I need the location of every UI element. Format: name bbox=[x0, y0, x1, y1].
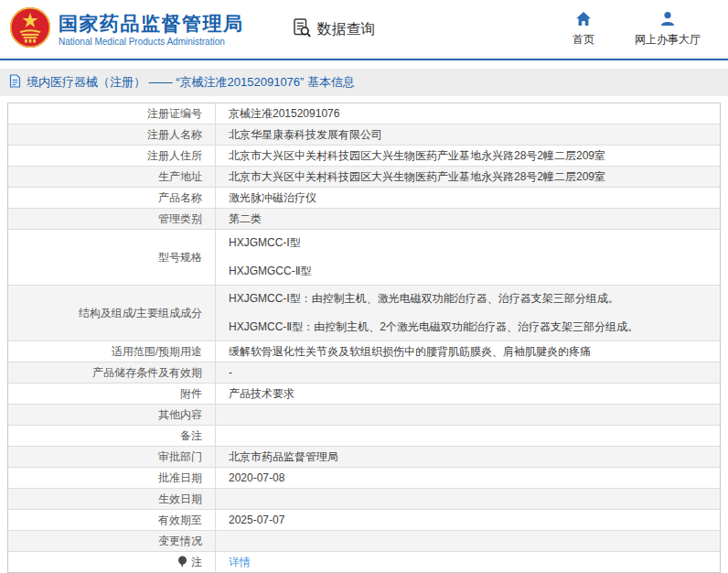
nav-service-hall-label: 网上办事大厅 bbox=[635, 32, 701, 48]
row-label: 生产地址 bbox=[8, 167, 216, 187]
row-label: 管理类别 bbox=[8, 209, 216, 229]
document-search-icon bbox=[292, 17, 312, 41]
row-value-line: 2020-07-08 bbox=[229, 471, 711, 485]
row-value: 北京市药品监督管理局 bbox=[216, 447, 720, 467]
row-label: 注册人住所 bbox=[8, 146, 216, 166]
row-value-line: 激光脉冲磁治疗仪 bbox=[229, 191, 711, 205]
row-label-text: 型号规格 bbox=[158, 251, 202, 265]
row-value-line: 缓解软骨退化性关节炎及软组织损伤中的腰背肌筋膜炎、肩袖肌腱炎的疼痛 bbox=[229, 345, 711, 359]
row-label-text: 结构及组成/主要组成成分 bbox=[79, 307, 202, 320]
tip-icon bbox=[177, 556, 187, 568]
nmpa-emblem-icon bbox=[9, 6, 51, 52]
row-value: 第二类 bbox=[216, 209, 720, 229]
row-value: 2025-07-07 bbox=[216, 510, 720, 530]
site-subtitle: National Medical Products Administration bbox=[59, 37, 244, 47]
table-row: 注详情 bbox=[8, 552, 720, 572]
row-label-text: 产品名称 bbox=[158, 191, 202, 205]
row-label: 注册人名称 bbox=[8, 124, 216, 145]
row-value: 产品技术要求 bbox=[216, 384, 720, 404]
row-value-line: HXJGMCC-Ⅰ型：由控制主机、激光电磁双功能治疗器、治疗器支架三部分组成。 bbox=[229, 292, 711, 306]
site-logo: 国家药品监督管理局 National Medical Products Admi… bbox=[9, 6, 244, 52]
row-label: 产品名称 bbox=[8, 188, 216, 208]
row-label-text: 产品储存条件及有效期 bbox=[92, 366, 202, 380]
row-value-line: 2025-07-07 bbox=[229, 514, 711, 527]
table-row: 注册人名称北京华星康泰科技发展有限公司 bbox=[8, 124, 720, 146]
row-value: 京械注准20152091076 bbox=[216, 103, 720, 124]
data-query-label: 数据查询 bbox=[317, 20, 376, 39]
nav-home-label: 首页 bbox=[573, 32, 594, 48]
row-label: 生效日期 bbox=[8, 489, 216, 509]
row-value: 缓解软骨退化性关节炎及软组织损伤中的腰背肌筋膜炎、肩袖肌腱炎的疼痛 bbox=[216, 341, 720, 362]
table-row: 附件产品技术要求 bbox=[8, 384, 720, 405]
row-value-line: - bbox=[229, 366, 711, 380]
row-label: 有效期至 bbox=[8, 510, 216, 530]
row-label: 其他内容 bbox=[8, 405, 216, 425]
nav-service-hall[interactable]: 网上办事大厅 bbox=[635, 11, 701, 48]
row-label: 型号规格 bbox=[8, 230, 216, 285]
breadcrumb-text: 境内医疗器械（注册） —— “京械注准20152091076” 基本信息 bbox=[27, 74, 355, 91]
row-value-line: 北京市大兴区中关村科技园区大兴生物医药产业基地永兴路28号2幢二层209室 bbox=[229, 170, 711, 184]
table-row: 生效日期 bbox=[8, 489, 720, 510]
table-row: 备注 bbox=[8, 426, 720, 447]
row-label-text: 变更情况 bbox=[158, 535, 202, 548]
row-label: 变更情况 bbox=[8, 531, 216, 551]
table-row: 其他内容 bbox=[8, 405, 720, 426]
row-value: 激光脉冲磁治疗仪 bbox=[216, 188, 720, 208]
table-row: 批准日期2020-07-08 bbox=[8, 468, 720, 489]
row-label: 审批部门 bbox=[8, 447, 216, 467]
row-label-text: 附件 bbox=[180, 387, 202, 401]
row-value: HXJGMCC-Ⅰ型：由控制主机、激光电磁双功能治疗器、治疗器支架三部分组成。H… bbox=[216, 286, 720, 341]
row-label-text: 适用范围/预期用途 bbox=[112, 345, 202, 359]
row-value: 详情 bbox=[216, 552, 720, 572]
row-value-line: HXJGMGCC-Ⅱ型 bbox=[229, 265, 711, 278]
user-icon bbox=[659, 11, 676, 29]
row-value bbox=[216, 405, 720, 425]
row-label-text: 生效日期 bbox=[158, 492, 202, 506]
row-label: 注 bbox=[8, 552, 216, 572]
row-label: 批准日期 bbox=[8, 468, 216, 488]
details-link[interactable]: 详情 bbox=[229, 556, 251, 569]
row-label-text: 注册证编号 bbox=[147, 107, 202, 121]
table-row: 产品名称激光脉冲磁治疗仪 bbox=[8, 188, 720, 209]
table-row: 型号规格HXJGMCC-Ⅰ型HXJGMGCC-Ⅱ型 bbox=[8, 230, 720, 286]
table-row: 有效期至2025-07-07 bbox=[8, 510, 720, 531]
page: 国家药品监督管理局 National Medical Products Admi… bbox=[0, 0, 728, 573]
row-label: 产品储存条件及有效期 bbox=[8, 362, 216, 383]
row-label-text: 有效期至 bbox=[158, 514, 202, 527]
row-value-line: 第二类 bbox=[229, 212, 711, 226]
row-label: 附件 bbox=[8, 384, 216, 404]
table-row: 产品储存条件及有效期- bbox=[8, 362, 720, 384]
row-value bbox=[216, 531, 720, 551]
row-value: 北京华星康泰科技发展有限公司 bbox=[216, 124, 720, 145]
home-icon bbox=[575, 11, 592, 29]
row-value-line: 北京华星康泰科技发展有限公司 bbox=[229, 128, 711, 142]
table-row: 管理类别第二类 bbox=[8, 209, 720, 230]
data-query-nav[interactable]: 数据查询 bbox=[292, 17, 376, 41]
row-value: 2020-07-08 bbox=[216, 468, 720, 488]
table-row: 结构及组成/主要组成成分HXJGMCC-Ⅰ型：由控制主机、激光电磁双功能治疗器、… bbox=[8, 286, 720, 341]
site-title: 国家药品监督管理局 bbox=[59, 13, 244, 35]
nav-home[interactable]: 首页 bbox=[573, 11, 594, 48]
row-value-line: 北京市药品监督管理局 bbox=[229, 450, 711, 464]
table-row: 生产地址北京市大兴区中关村科技园区大兴生物医药产业基地永兴路28号2幢二层209… bbox=[8, 167, 720, 188]
header-nav: 首页 网上办事大厅 bbox=[573, 11, 701, 48]
table-row: 注册证编号京械注准20152091076 bbox=[8, 103, 720, 124]
row-label: 注册证编号 bbox=[8, 103, 216, 124]
row-label-text: 注册人名称 bbox=[147, 128, 202, 142]
row-value: - bbox=[216, 362, 720, 383]
breadcrumb: 境内医疗器械（注册） —— “京械注准20152091076” 基本信息 bbox=[0, 69, 728, 96]
row-label: 结构及组成/主要组成成分 bbox=[8, 286, 216, 341]
row-value: 北京市大兴区中关村科技园区大兴生物医药产业基地永兴路28号2幢二层209室 bbox=[216, 167, 720, 187]
site-header: 国家药品监督管理局 National Medical Products Admi… bbox=[0, 0, 728, 60]
table-row: 审批部门北京市药品监督管理局 bbox=[8, 447, 720, 468]
row-value-line: 北京市大兴区中关村科技园区大兴生物医药产业基地永兴路28号2幢二层209室 bbox=[229, 149, 711, 163]
row-label-text: 备注 bbox=[180, 429, 202, 443]
row-label-text: 注册人住所 bbox=[147, 149, 202, 163]
row-value-line: HXJGMCC-Ⅰ型 bbox=[229, 236, 711, 250]
row-label-text: 其他内容 bbox=[158, 408, 202, 422]
table-row: 注册人住所北京市大兴区中关村科技园区大兴生物医药产业基地永兴路28号2幢二层20… bbox=[8, 146, 720, 167]
document-icon bbox=[9, 74, 21, 91]
table-row: 变更情况 bbox=[8, 531, 720, 552]
row-label: 备注 bbox=[8, 426, 216, 446]
row-label-text: 生产地址 bbox=[158, 170, 202, 184]
